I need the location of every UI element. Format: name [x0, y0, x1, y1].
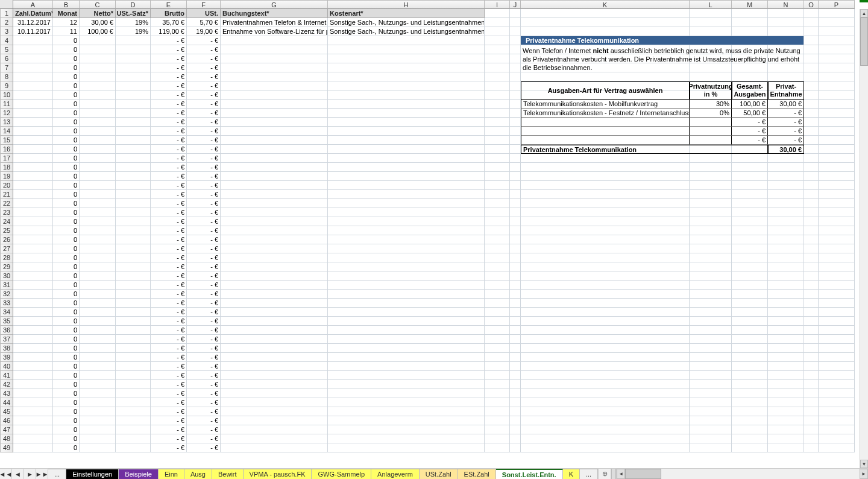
cell-K19[interactable] [521, 172, 690, 181]
cell-M47[interactable] [732, 425, 768, 434]
cell-A46[interactable] [13, 416, 53, 425]
cell-L31[interactable] [690, 281, 732, 290]
cell-P43[interactable] [819, 389, 855, 398]
cell-L45[interactable] [690, 407, 732, 416]
cell-M3[interactable] [732, 27, 768, 36]
cell-J42[interactable] [510, 380, 521, 389]
row-header-30[interactable]: 30 [1, 271, 13, 281]
data-B8[interactable]: 0 [53, 72, 80, 81]
side-row-k-0[interactable]: Telekommunikationskosten - Mobilfunkvert… [521, 100, 690, 109]
cell-A31[interactable] [13, 281, 53, 290]
data-H2[interactable]: Sonstige Sach-, Nutzungs- und Leistungse… [328, 18, 485, 27]
cell-L33[interactable] [690, 299, 732, 308]
cell-A29[interactable] [13, 262, 53, 271]
cell-G7[interactable] [221, 63, 328, 72]
cell-L41[interactable] [690, 371, 732, 380]
cell-K38[interactable] [521, 344, 690, 353]
data-E20[interactable]: - € [151, 181, 187, 190]
cell-C46[interactable] [80, 416, 116, 425]
cell-I14[interactable] [485, 127, 510, 136]
data-H3[interactable]: Sonstige Sach-, Nutzungs- und Leistungse… [328, 27, 485, 36]
cell-K8[interactable] [521, 72, 690, 81]
cell-N19[interactable] [768, 172, 804, 181]
data-E16[interactable]: - € [151, 145, 187, 154]
cell-M38[interactable] [732, 344, 768, 353]
cell-C29[interactable] [80, 262, 116, 271]
cell-C22[interactable] [80, 199, 116, 208]
cell-P32[interactable] [819, 290, 855, 299]
cell-D24[interactable] [116, 217, 151, 226]
cell-D38[interactable] [116, 344, 151, 353]
data-B34[interactable]: 0 [53, 308, 80, 317]
cell-J4[interactable] [510, 36, 521, 45]
cell-H12[interactable] [328, 109, 485, 118]
cell-J9[interactable] [510, 81, 521, 90]
cell-G11[interactable] [221, 100, 328, 109]
data-B30[interactable]: 0 [53, 271, 80, 281]
row-header-24[interactable]: 24 [1, 217, 13, 226]
sheet-nav-1[interactable]: ◄ [12, 469, 24, 479]
cell-M49[interactable] [732, 443, 768, 452]
cell-D15[interactable] [116, 136, 151, 145]
data-B12[interactable]: 0 [53, 109, 80, 118]
cell-O37[interactable] [804, 335, 819, 344]
cell-M1[interactable] [732, 9, 768, 18]
col-header-E[interactable]: E [151, 1, 187, 9]
col-header-D[interactable]: D [116, 1, 151, 9]
data-E42[interactable]: - € [151, 380, 187, 389]
cell-J5[interactable] [510, 45, 521, 54]
cell-D26[interactable] [116, 235, 151, 244]
cell-G36[interactable] [221, 326, 328, 335]
cell-O43[interactable] [804, 389, 819, 398]
row-header-40[interactable]: 40 [1, 362, 13, 371]
row-header-18[interactable]: 18 [1, 163, 13, 172]
data-E11[interactable]: - € [151, 100, 187, 109]
data-F31[interactable]: - € [187, 281, 221, 290]
cell-G28[interactable] [221, 253, 328, 262]
cell-O38[interactable] [804, 344, 819, 353]
cell-A44[interactable] [13, 398, 53, 407]
cell-A25[interactable] [13, 226, 53, 235]
row-header-7[interactable]: 7 [1, 63, 13, 72]
row-header-15[interactable]: 15 [1, 136, 13, 145]
cell-J17[interactable] [510, 154, 521, 163]
cell-M28[interactable] [732, 253, 768, 262]
cell-P19[interactable] [819, 172, 855, 181]
side-row-e-3[interactable]: - € [768, 127, 804, 136]
cell-L39[interactable] [690, 353, 732, 362]
side-row-p-4[interactable] [690, 136, 732, 145]
data-E39[interactable]: - € [151, 353, 187, 362]
cell-H10[interactable] [328, 90, 485, 100]
cell-M27[interactable] [732, 244, 768, 253]
cell-I1[interactable] [485, 9, 510, 18]
data-F11[interactable]: - € [187, 100, 221, 109]
data-B25[interactable]: 0 [53, 226, 80, 235]
cell-N36[interactable] [768, 326, 804, 335]
row-header-46[interactable]: 46 [1, 416, 13, 425]
cell-O25[interactable] [804, 226, 819, 235]
scroll-thumb-vertical[interactable] [860, 17, 868, 66]
cell-J3[interactable] [510, 27, 521, 36]
cell-L8[interactable] [690, 72, 732, 81]
data-F21[interactable]: - € [187, 190, 221, 199]
data-E36[interactable]: - € [151, 326, 187, 335]
cell-K39[interactable] [521, 353, 690, 362]
cell-G40[interactable] [221, 362, 328, 371]
cell-O40[interactable] [804, 362, 819, 371]
cell-M21[interactable] [732, 190, 768, 199]
cell-M45[interactable] [732, 407, 768, 416]
cell-D6[interactable] [116, 54, 151, 63]
col-header-P[interactable]: P [819, 1, 855, 9]
sheet-tab-beispiele[interactable]: Beispiele [119, 469, 159, 479]
cell-M8[interactable] [732, 72, 768, 81]
row-header-25[interactable]: 25 [1, 226, 13, 235]
data-B33[interactable]: 0 [53, 299, 80, 308]
cell-L40[interactable] [690, 362, 732, 371]
cell-P30[interactable] [819, 271, 855, 281]
cell-K23[interactable] [521, 208, 690, 217]
cell-J34[interactable] [510, 308, 521, 317]
cell-O44[interactable] [804, 398, 819, 407]
cell-H24[interactable] [328, 217, 485, 226]
data-E8[interactable]: - € [151, 72, 187, 81]
cell-M2[interactable] [732, 18, 768, 27]
